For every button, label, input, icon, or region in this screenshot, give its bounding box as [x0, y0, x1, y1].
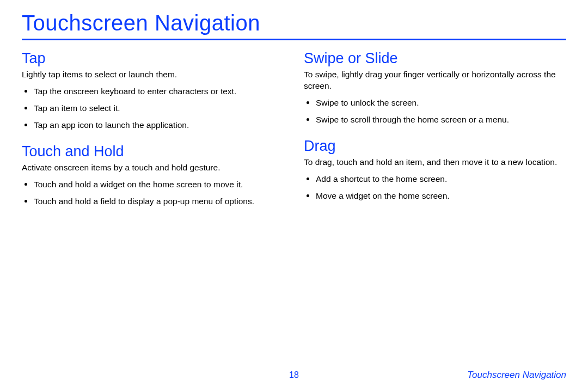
tap-list: Tap the onscreen keyboard to enter chara…	[22, 86, 284, 131]
right-column: Swipe or Slide To swipe, lightly drag yo…	[304, 48, 566, 212]
footer-label: Touchscreen Navigation	[467, 370, 566, 381]
content-columns: Tap Lightly tap items to select or launc…	[22, 48, 566, 212]
swipe-heading: Swipe or Slide	[304, 50, 566, 67]
tap-heading: Tap	[22, 50, 284, 67]
list-item: Tap an item to select it.	[23, 103, 284, 114]
list-item: Move a widget on the home screen.	[305, 191, 566, 202]
touch-hold-list: Touch and hold a widget on the home scre…	[22, 179, 284, 207]
left-column: Tap Lightly tap items to select or launc…	[22, 48, 284, 212]
list-item: Tap the onscreen keyboard to enter chara…	[23, 86, 284, 97]
page-number: 18	[289, 370, 299, 380]
list-item: Touch and hold a field to display a pop-…	[23, 196, 284, 207]
touch-hold-heading: Touch and Hold	[22, 143, 284, 160]
list-item: Tap an app icon to launch the applicatio…	[23, 120, 284, 131]
swipe-list: Swipe to unlock the screen. Swipe to scr…	[304, 97, 566, 126]
drag-heading: Drag	[304, 138, 566, 155]
list-item: Swipe to unlock the screen.	[305, 97, 566, 109]
tap-intro: Lightly tap items to select or launch th…	[22, 69, 284, 81]
page: Touchscreen Navigation Tap Lightly tap i…	[0, 0, 588, 392]
list-item: Add a shortcut to the home screen.	[305, 174, 566, 185]
list-item: Swipe to scroll through the home screen …	[305, 114, 566, 126]
drag-list: Add a shortcut to the home screen. Move …	[304, 174, 566, 202]
touch-hold-intro: Activate onscreen items by a touch and h…	[22, 162, 284, 174]
drag-intro: To drag, touch and hold an item, and the…	[304, 157, 566, 168]
list-item: Touch and hold a widget on the home scre…	[23, 179, 284, 191]
footer: 18 Touchscreen Navigation	[0, 370, 588, 380]
page-title: Touchscreen Navigation	[22, 11, 566, 40]
swipe-intro: To swipe, lightly drag your finger verti…	[304, 69, 566, 92]
